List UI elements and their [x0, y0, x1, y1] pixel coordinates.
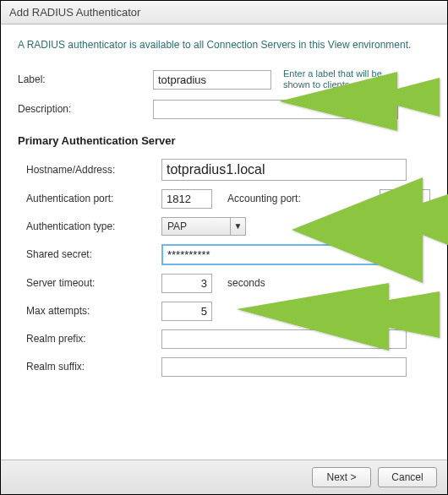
label-label: Label:: [18, 73, 153, 85]
server-timeout-field[interactable]: [161, 274, 212, 293]
server-timeout-label: Server timeout:: [26, 277, 161, 289]
realm-suffix-field[interactable]: [161, 357, 407, 377]
acct-port-field[interactable]: [380, 189, 430, 209]
realm-prefix-label: Realm prefix:: [26, 333, 161, 345]
max-attempts-label: Max attempts:: [26, 305, 161, 317]
next-button[interactable]: Next >: [312, 467, 371, 487]
max-attempts-field[interactable]: [161, 302, 212, 321]
dialog-title: Add RADIUS Authenticator: [1, 1, 447, 24]
label-help-text: Enter a label that will be shown to clie…: [283, 68, 402, 90]
intro-text: A RADIUS authenticator is available to a…: [18, 38, 430, 52]
chevron-down-icon: ▼: [230, 218, 245, 235]
description-label: Description:: [18, 103, 153, 115]
auth-port-label: Authentication port:: [26, 193, 161, 204]
realm-suffix-label: Realm suffix:: [26, 361, 161, 373]
cancel-button[interactable]: Cancel: [378, 467, 437, 487]
description-field[interactable]: [153, 100, 398, 119]
hostname-field[interactable]: [161, 159, 407, 181]
auth-type-select[interactable]: PAP ▼: [161, 217, 246, 236]
shared-secret-label: Shared secret:: [26, 248, 161, 260]
dialog-content: A RADIUS authenticator is available to a…: [1, 24, 447, 460]
auth-type-value: PAP: [162, 220, 230, 232]
server-timeout-unit: seconds: [227, 277, 265, 289]
acct-port-label: Accounting port:: [227, 193, 301, 204]
shared-secret-field[interactable]: [161, 244, 407, 265]
auth-port-field[interactable]: [161, 189, 212, 209]
auth-type-label: Authentication type:: [26, 220, 161, 232]
radius-dialog: Add RADIUS Authenticator A RADIUS authen…: [0, 0, 448, 495]
label-field[interactable]: [153, 70, 271, 90]
dialog-footer: Next > Cancel: [1, 460, 447, 494]
hostname-label: Hostname/Address:: [26, 164, 161, 176]
realm-prefix-field[interactable]: [161, 329, 407, 349]
primary-auth-header: Primary Authentication Server: [18, 134, 430, 147]
